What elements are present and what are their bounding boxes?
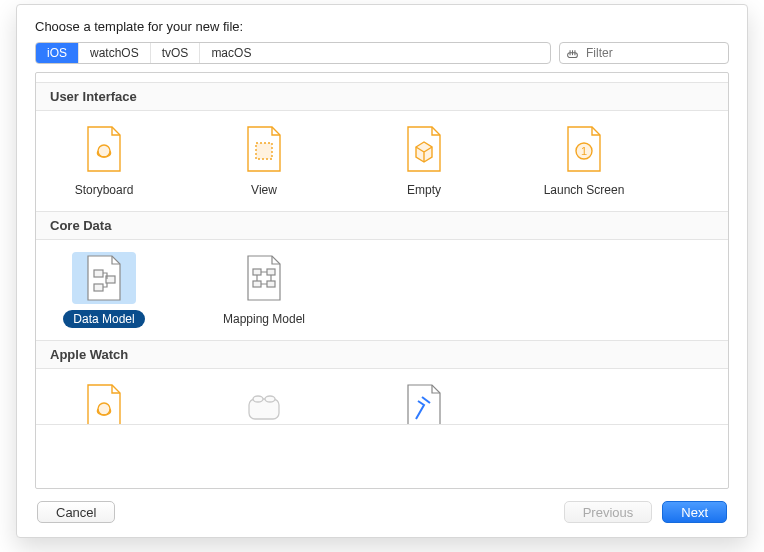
svg-rect-12 (267, 269, 275, 275)
svg-rect-8 (94, 270, 103, 277)
section-body-coredata: Data Model Mapping Model (36, 240, 728, 341)
section-header-coredata: Core Data (36, 212, 728, 240)
template-label: Empty (397, 181, 451, 199)
template-label: Storyboard (65, 181, 144, 199)
platform-toolbar: iOS watchOS tvOS macOS (17, 42, 747, 72)
cancel-button[interactable]: Cancel (37, 501, 115, 523)
svg-rect-16 (249, 399, 279, 419)
template-storyboard[interactable]: Storyboard (44, 117, 164, 207)
template-list: User Interface Storyboard View (35, 72, 729, 489)
template-empty[interactable]: Empty (364, 117, 484, 207)
prompt-text: Choose a template for your new file: (17, 5, 747, 42)
svg-rect-13 (253, 281, 261, 287)
section-body-applewatch (36, 369, 728, 425)
svg-rect-14 (267, 281, 275, 287)
filter-input[interactable] (584, 45, 722, 61)
empty-icon (392, 123, 456, 175)
tab-ios[interactable]: iOS (36, 43, 79, 63)
template-applewatch-3[interactable] (364, 375, 484, 425)
filter-icon (566, 47, 579, 60)
platform-tabs: iOS watchOS tvOS macOS (35, 42, 551, 64)
new-file-sheet: Choose a template for your new file: iOS… (16, 4, 748, 538)
svg-rect-5 (256, 143, 272, 159)
template-label: Mapping Model (213, 310, 315, 328)
svg-point-15 (98, 403, 110, 415)
lego-icon (232, 381, 296, 425)
hammer-icon (392, 381, 456, 425)
view-icon (232, 123, 296, 175)
template-applewatch-1[interactable] (44, 375, 164, 425)
section-header-ui: User Interface (36, 83, 728, 111)
tab-macos[interactable]: macOS (200, 43, 550, 63)
svg-point-17 (253, 396, 263, 402)
template-label: Launch Screen (534, 181, 635, 199)
tab-tvos[interactable]: tvOS (151, 43, 201, 63)
launch-screen-icon: 1 (552, 123, 616, 175)
template-applewatch-2[interactable] (204, 375, 324, 425)
mapping-model-icon (232, 252, 296, 304)
template-label: Data Model (63, 310, 144, 328)
svg-point-4 (98, 145, 110, 157)
tab-watchos[interactable]: watchOS (79, 43, 151, 63)
template-list-scroll[interactable]: User Interface Storyboard View (36, 73, 728, 488)
svg-text:1: 1 (581, 145, 587, 157)
dialog-footer: Cancel Previous Next (17, 489, 747, 537)
template-view[interactable]: View (204, 117, 324, 207)
section-body-ui: Storyboard View Empty 1 (36, 111, 728, 212)
template-data-model[interactable]: Data Model (44, 246, 164, 336)
next-button[interactable]: Next (662, 501, 727, 523)
template-launch-screen[interactable]: 1 Launch Screen (524, 117, 644, 207)
filter-field[interactable] (559, 42, 729, 64)
svg-point-18 (265, 396, 275, 402)
section-header-applewatch: Apple Watch (36, 341, 728, 369)
storyboard-icon (72, 123, 136, 175)
svg-rect-10 (94, 284, 103, 291)
svg-rect-11 (253, 269, 261, 275)
template-label: View (241, 181, 287, 199)
template-mapping-model[interactable]: Mapping Model (204, 246, 324, 336)
data-model-icon (72, 252, 136, 304)
previous-button[interactable]: Previous (564, 501, 653, 523)
storyboard-icon (72, 381, 136, 425)
